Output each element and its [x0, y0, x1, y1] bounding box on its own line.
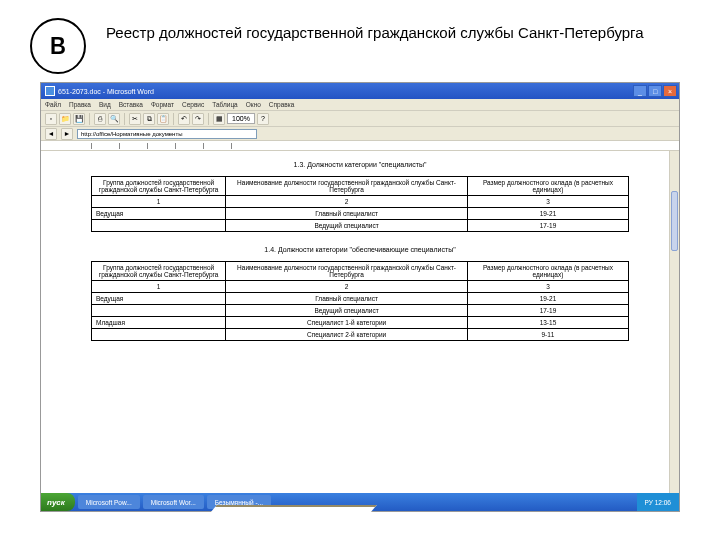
cell-t1-r2-v: 17-19 [467, 220, 628, 232]
copy-icon[interactable]: ⧉ [143, 113, 155, 125]
cell-t2-r1-g: Ведущая [92, 293, 226, 305]
logo-letter: В [50, 32, 66, 61]
cell-t1-r1-n: Главный специалист [226, 208, 468, 220]
horizontal-ruler[interactable] [41, 141, 679, 151]
menu-edit[interactable]: Правка [69, 101, 91, 108]
menu-view[interactable]: Вид [99, 101, 111, 108]
col-salary-2: Размер должностного оклада (в расчетных … [467, 262, 628, 281]
new-doc-icon[interactable]: ▫ [45, 113, 57, 125]
cell-t1-r2-g [92, 220, 226, 232]
cell-t1-r1-g: Ведущая [92, 208, 226, 220]
cell-num2: 2 [226, 196, 468, 208]
standard-toolbar: ▫ 📁 💾 ⎙ 🔍 ✂ ⧉ 📋 ↶ ↷ ▦ 100% ? [41, 111, 679, 127]
redo-icon[interactable]: ↷ [192, 113, 204, 125]
menu-tools[interactable]: Сервис [182, 101, 204, 108]
taskbar-item-ppt[interactable]: Microsoft Pow... [78, 495, 140, 509]
cell-t2-r2-g [92, 305, 226, 317]
slide-title: Реестр должностей государственной гражда… [106, 18, 644, 41]
menu-window[interactable]: Окно [246, 101, 261, 108]
cell2-num2: 2 [226, 281, 468, 293]
menu-file[interactable]: Файл [45, 101, 61, 108]
embedded-screenshot: 651-2073.doc - Microsoft Word _ □ × Файл… [40, 82, 680, 512]
slide-header: В Реестр должностей государственной граж… [0, 0, 720, 82]
menu-insert[interactable]: Вставка [119, 101, 143, 108]
save-icon[interactable]: 💾 [73, 113, 85, 125]
cell-t2-r1-n: Главный специалист [226, 293, 468, 305]
cell-t2-r2-v: 17-19 [467, 305, 628, 317]
positions-table-2: Группа должностей государственной гражда… [91, 261, 629, 341]
doc-heading-1: 1.3. Должности категории "специалисты" [91, 161, 629, 168]
cell2-num1: 1 [92, 281, 226, 293]
undo-icon[interactable]: ↶ [178, 113, 190, 125]
doc-heading-2: 1.4. Должности категории "обеспечивающие… [91, 246, 629, 253]
window-titlebar[interactable]: 651-2073.doc - Microsoft Word _ □ × [41, 83, 679, 99]
scroll-thumb[interactable] [671, 191, 678, 251]
vertical-scrollbar[interactable] [669, 151, 679, 496]
col-name: Наименование должности государственной г… [226, 177, 468, 196]
taskbar-item-word[interactable]: Microsoft Wor... [143, 495, 204, 509]
cell-t2-r4-n: Специалист 2-й категории [226, 329, 468, 341]
cell-t2-r3-g: Младшая [92, 317, 226, 329]
preview-icon[interactable]: 🔍 [108, 113, 120, 125]
tray-lang-time: РУ 12:06 [645, 499, 671, 506]
menu-table[interactable]: Таблица [212, 101, 238, 108]
word-app-icon [45, 86, 55, 96]
cell2-num3: 3 [467, 281, 628, 293]
cell-t2-r1-v: 19-21 [467, 293, 628, 305]
cell-t2-r4-g [92, 329, 226, 341]
menu-format[interactable]: Формат [151, 101, 174, 108]
forward-icon[interactable]: ► [61, 128, 73, 140]
close-button[interactable]: × [663, 85, 677, 97]
col-salary: Размер должностного оклада (в расчетных … [467, 177, 628, 196]
menu-bar: Файл Правка Вид Вставка Формат Сервис Та… [41, 99, 679, 111]
web-toolbar: ◄ ► http://office/Нормативные документы [41, 127, 679, 141]
maximize-button[interactable]: □ [648, 85, 662, 97]
cell-t2-r2-n: Ведущий специалист [226, 305, 468, 317]
cell-t2-r3-v: 13-15 [467, 317, 628, 329]
address-input[interactable]: http://office/Нормативные документы [77, 129, 257, 139]
positions-table-1: Группа должностей государственной гражда… [91, 176, 629, 232]
print-icon[interactable]: ⎙ [94, 113, 106, 125]
col-group: Группа должностей государственной гражда… [92, 177, 226, 196]
start-button[interactable]: пуск [41, 493, 75, 511]
logo: В [30, 18, 86, 74]
taskbar-item-other[interactable]: Безымянный -... [207, 495, 271, 509]
col-group-2: Группа должностей государственной гражда… [92, 262, 226, 281]
window-controls: _ □ × [633, 85, 677, 97]
window-title: 651-2073.doc - Microsoft Word [43, 86, 154, 96]
table-icon[interactable]: ▦ [213, 113, 225, 125]
cell-num3: 3 [467, 196, 628, 208]
open-icon[interactable]: 📁 [59, 113, 71, 125]
window-title-text: 651-2073.doc - Microsoft Word [58, 88, 154, 95]
cell-t2-r3-n: Специалист 1-й категории [226, 317, 468, 329]
help-icon[interactable]: ? [257, 113, 269, 125]
paste-icon[interactable]: 📋 [157, 113, 169, 125]
cell-num1: 1 [92, 196, 226, 208]
cell-t1-r2-n: Ведущий специалист [226, 220, 468, 232]
cell-t2-r4-v: 9-11 [467, 329, 628, 341]
zoom-selector[interactable]: 100% [227, 113, 255, 124]
minimize-button[interactable]: _ [633, 85, 647, 97]
windows-taskbar: пуск Microsoft Pow... Microsoft Wor... Б… [41, 493, 679, 511]
document-page[interactable]: 1.3. Должности категории "специалисты" Г… [41, 151, 679, 496]
system-tray[interactable]: РУ 12:06 [637, 493, 679, 511]
back-icon[interactable]: ◄ [45, 128, 57, 140]
cut-icon[interactable]: ✂ [129, 113, 141, 125]
menu-help[interactable]: Справка [269, 101, 295, 108]
col-name-2: Наименование должности государственной г… [226, 262, 468, 281]
cell-t1-r1-v: 19-21 [467, 208, 628, 220]
